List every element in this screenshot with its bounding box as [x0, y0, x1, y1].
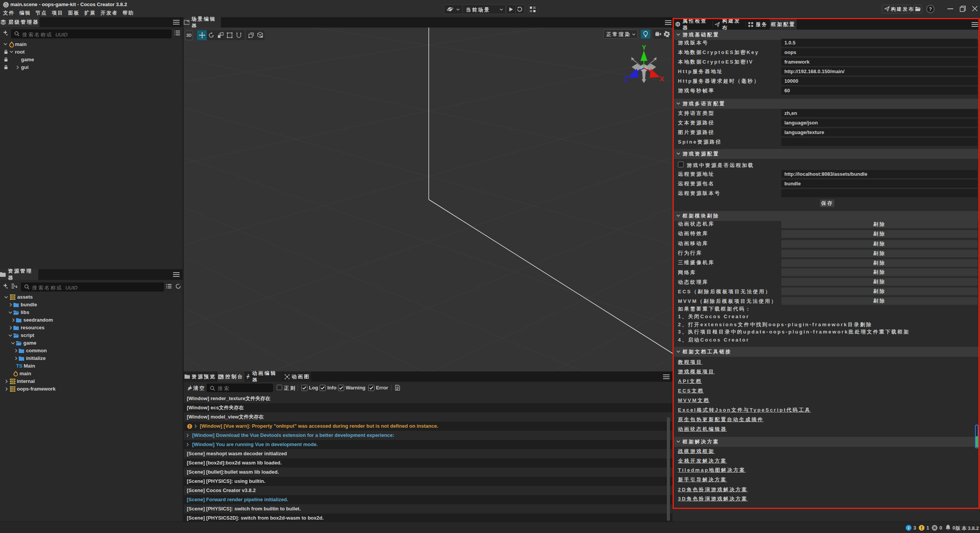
- svg-text:X: X: [660, 75, 664, 83]
- svg-text:?: ?: [929, 6, 932, 12]
- svg-text:Z: Z: [624, 75, 628, 83]
- svg-text:Y: Y: [642, 44, 647, 51]
